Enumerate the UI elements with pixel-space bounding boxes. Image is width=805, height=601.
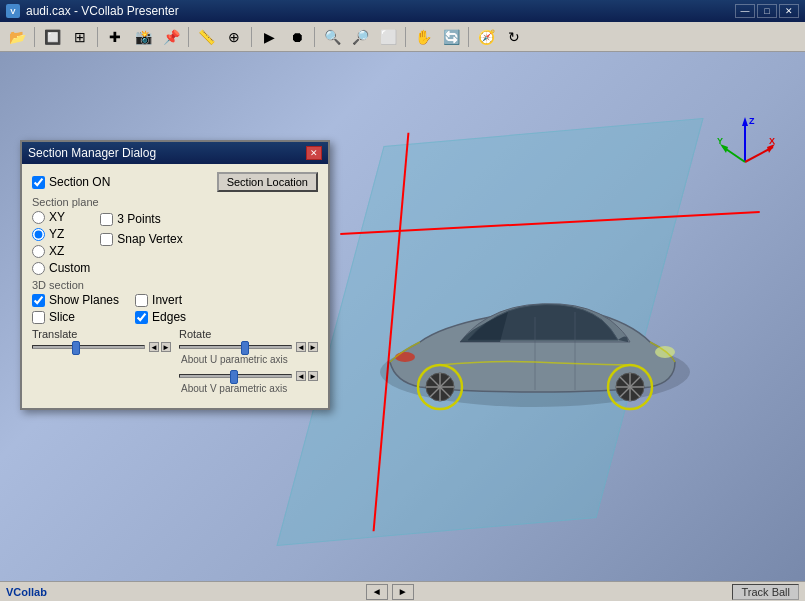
rotate-u-row: ◄ ► About U parametric axis bbox=[179, 342, 318, 365]
translate-increment-button[interactable]: ► bbox=[161, 342, 171, 352]
refresh-button[interactable]: ↻ bbox=[501, 25, 527, 49]
pan-button[interactable]: ✋ bbox=[410, 25, 436, 49]
grid-button[interactable]: ⊞ bbox=[67, 25, 93, 49]
titlebar-left: V audi.cax - VCollab Presenter bbox=[6, 4, 179, 18]
slice-checkbox[interactable] bbox=[32, 311, 45, 324]
radio-yz-input[interactable] bbox=[32, 228, 45, 241]
translate-label: Translate bbox=[32, 328, 171, 340]
zoom-out-button[interactable]: 🔎 bbox=[347, 25, 373, 49]
toolbar: 📂 🔲 ⊞ ✚ 📸 📌 📏 ⊕ ▶ ⏺ 🔍 🔎 ⬜ ✋ 🔄 🧭 ↻ bbox=[0, 22, 805, 52]
radio-custom-input[interactable] bbox=[32, 262, 45, 275]
capture-button[interactable]: 📸 bbox=[130, 25, 156, 49]
app-title: audi.cax - VCollab Presenter bbox=[26, 4, 179, 18]
toolbar-separator-6 bbox=[405, 27, 406, 47]
rotate-v-label: About V parametric axis bbox=[179, 383, 318, 394]
statusbar: VCollab ◄ ► Track Ball bbox=[0, 581, 805, 601]
nav-prev-button[interactable]: ◄ bbox=[366, 584, 388, 600]
radio-xz[interactable]: XZ bbox=[32, 244, 90, 258]
edges-checkbox[interactable] bbox=[135, 311, 148, 324]
rotate-v-arrows: ◄ ► bbox=[296, 371, 318, 381]
section-on-checkbox[interactable] bbox=[32, 176, 45, 189]
record-button[interactable]: ⏺ bbox=[284, 25, 310, 49]
edges-label[interactable]: Edges bbox=[135, 310, 186, 324]
rotate-u-arrows: ◄ ► bbox=[296, 342, 318, 352]
section-location-button[interactable]: Section Location bbox=[217, 172, 318, 192]
rotate-v-slider-thumb[interactable] bbox=[230, 370, 238, 384]
rotate-label: Rotate bbox=[179, 328, 318, 340]
svg-text:X: X bbox=[769, 136, 775, 146]
toolbar-separator-7 bbox=[468, 27, 469, 47]
section-plane-label: Section plane bbox=[32, 196, 318, 208]
svg-marker-18 bbox=[742, 117, 748, 126]
rotate-u-increment-button[interactable]: ► bbox=[308, 342, 318, 352]
titlebar-controls: — □ ✕ bbox=[735, 4, 799, 18]
section-button[interactable]: ⊕ bbox=[221, 25, 247, 49]
close-button[interactable]: ✕ bbox=[779, 4, 799, 18]
rotate-v-slider-track[interactable] bbox=[179, 374, 292, 378]
dialog-content: Section ON Section Location Section plan… bbox=[22, 164, 328, 408]
dialog-close-button[interactable]: ✕ bbox=[306, 146, 322, 160]
rotate-u-decrement-button[interactable]: ◄ bbox=[296, 342, 306, 352]
show-planes-checkbox[interactable] bbox=[32, 294, 45, 307]
play-button[interactable]: ▶ bbox=[256, 25, 282, 49]
rotate-v-slider-row: ◄ ► bbox=[179, 371, 318, 381]
rotate-v-decrement-button[interactable]: ◄ bbox=[296, 371, 306, 381]
measure-button[interactable]: 📏 bbox=[193, 25, 219, 49]
radio-xz-input[interactable] bbox=[32, 245, 45, 258]
translate-slider-arrows: ◄ ► bbox=[149, 342, 171, 352]
toolbar-separator-5 bbox=[314, 27, 315, 47]
titlebar: V audi.cax - VCollab Presenter — □ ✕ bbox=[0, 0, 805, 22]
svg-text:Y: Y bbox=[717, 136, 723, 146]
rotate-u-slider-thumb[interactable] bbox=[241, 341, 249, 355]
nav-next-button[interactable]: ► bbox=[392, 584, 414, 600]
threed-right: Invert Edges bbox=[135, 293, 186, 324]
translate-slider-track[interactable] bbox=[32, 345, 145, 349]
toolbar-separator-4 bbox=[251, 27, 252, 47]
show-planes-label[interactable]: Show Planes bbox=[32, 293, 119, 307]
nav-buttons: ◄ ► bbox=[366, 584, 414, 600]
rotate-u-label: About U parametric axis bbox=[179, 354, 318, 365]
transform-button[interactable]: ✚ bbox=[102, 25, 128, 49]
snap-vertex-checkbox[interactable] bbox=[100, 233, 113, 246]
invert-checkbox[interactable] bbox=[135, 294, 148, 307]
maximize-button[interactable]: □ bbox=[757, 4, 777, 18]
three-points-checkbox[interactable] bbox=[100, 213, 113, 226]
trackball-status: Track Ball bbox=[732, 584, 799, 600]
note-button[interactable]: 📌 bbox=[158, 25, 184, 49]
radio-yz[interactable]: YZ bbox=[32, 227, 90, 241]
translate-slider-row: ◄ ► bbox=[32, 342, 171, 352]
nav-button[interactable]: 🧭 bbox=[473, 25, 499, 49]
axes: Z X Y bbox=[715, 112, 775, 172]
zoom-fit-button[interactable]: ⬜ bbox=[375, 25, 401, 49]
invert-label[interactable]: Invert bbox=[135, 293, 186, 307]
toolbar-separator-3 bbox=[188, 27, 189, 47]
car-container bbox=[360, 212, 710, 432]
translate-col: Translate ◄ ► bbox=[32, 328, 171, 400]
plane-options: XY YZ XZ Custom bbox=[32, 210, 90, 275]
translate-decrement-button[interactable]: ◄ bbox=[149, 342, 159, 352]
view-button[interactable]: 🔲 bbox=[39, 25, 65, 49]
section-on-label[interactable]: Section ON bbox=[32, 175, 110, 189]
slice-label[interactable]: Slice bbox=[32, 310, 119, 324]
dialog-title: Section Manager Dialog bbox=[28, 146, 156, 160]
rotate-button[interactable]: 🔄 bbox=[438, 25, 464, 49]
minimize-button[interactable]: — bbox=[735, 4, 755, 18]
dialog-titlebar: Section Manager Dialog ✕ bbox=[22, 142, 328, 164]
main-area: Z X Y Section Manager Dialog ✕ Section O… bbox=[0, 52, 805, 601]
threed-section-label: 3D section bbox=[32, 279, 318, 291]
rotate-v-increment-button[interactable]: ► bbox=[308, 371, 318, 381]
vcollab-logo: VCollab bbox=[6, 586, 47, 598]
radio-xy-input[interactable] bbox=[32, 211, 45, 224]
threed-left: Show Planes Slice bbox=[32, 293, 119, 324]
plane-options-right: 3 Points Snap Vertex bbox=[100, 212, 182, 246]
app-icon: V bbox=[6, 4, 20, 18]
rotate-u-slider-track[interactable] bbox=[179, 345, 292, 349]
radio-custom[interactable]: Custom bbox=[32, 261, 90, 275]
rotate-col: Rotate ◄ ► About U parametric axis bbox=[179, 328, 318, 400]
radio-xy[interactable]: XY bbox=[32, 210, 90, 224]
snap-vertex-label[interactable]: Snap Vertex bbox=[100, 232, 182, 246]
zoom-in-button[interactable]: 🔍 bbox=[319, 25, 345, 49]
three-points-label[interactable]: 3 Points bbox=[100, 212, 182, 226]
open-button[interactable]: 📂 bbox=[4, 25, 30, 49]
translate-slider-thumb[interactable] bbox=[72, 341, 80, 355]
